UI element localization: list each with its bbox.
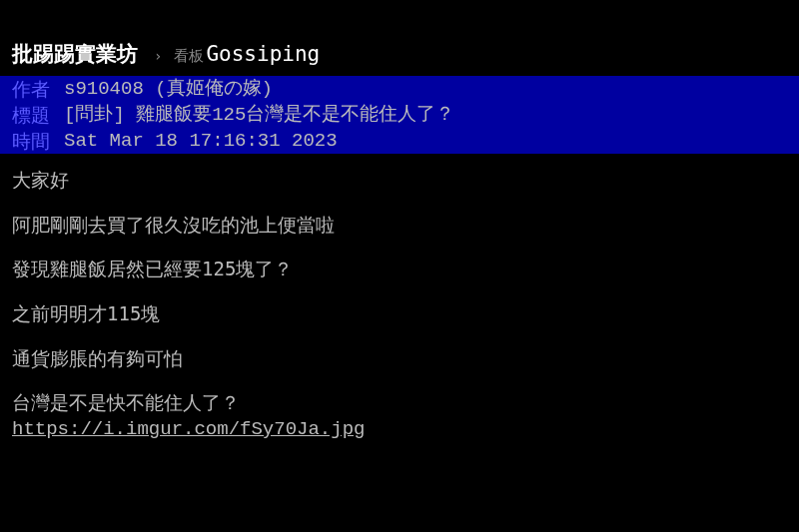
breadcrumb-arrow: ›	[154, 48, 162, 64]
title-value: [問卦] 雞腿飯要125台灣是不是不能住人了？	[64, 102, 454, 128]
article-content: 大家好 阿肥剛剛去買了很久沒吃的池上便當啦 發現雞腿飯居然已經要125塊了？ 之…	[0, 154, 799, 456]
title-label: 標題	[12, 102, 64, 128]
author-value: s910408 (真姬俺の嫁)	[64, 76, 273, 102]
content-line: 阿肥剛剛去買了很久沒吃的池上便當啦	[12, 213, 787, 238]
content-line: 通貨膨脹的有夠可怕	[12, 346, 787, 371]
board-name[interactable]: Gossiping	[206, 42, 320, 66]
content-line: 之前明明才115塊	[12, 301, 787, 326]
content-line: 台灣是不是快不能住人了？	[12, 390, 787, 415]
time-label: 時間	[12, 128, 64, 154]
author-row: 作者 s910408 (真姬俺の嫁)	[12, 76, 787, 102]
image-link[interactable]: https://i.imgur.com/fSy70Ja.jpg	[12, 418, 365, 440]
author-label: 作者	[12, 76, 64, 102]
header-bar: 批踢踢實業坊 › 看板 Gossiping	[0, 32, 799, 76]
board-label: 看板	[174, 47, 204, 66]
content-line: 大家好	[12, 168, 787, 193]
time-value: Sat Mar 18 17:16:31 2023	[64, 128, 338, 154]
time-row: 時間 Sat Mar 18 17:16:31 2023	[12, 128, 787, 154]
site-name[interactable]: 批踢踢實業坊	[12, 40, 138, 68]
title-row: 標題 [問卦] 雞腿飯要125台灣是不是不能住人了？	[12, 102, 787, 128]
article-meta: 作者 s910408 (真姬俺の嫁) 標題 [問卦] 雞腿飯要125台灣是不是不…	[0, 76, 799, 154]
content-line: 發現雞腿飯居然已經要125塊了？	[12, 257, 787, 281]
